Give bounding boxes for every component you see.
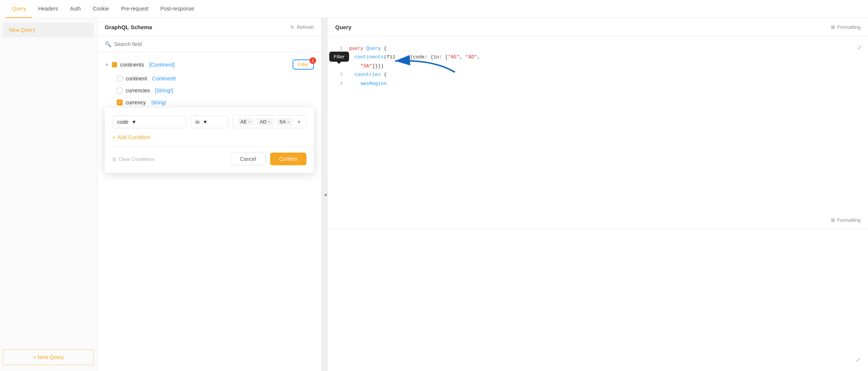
filter-popup: code ▼ in ▼ AE × AD × — [105, 108, 314, 173]
filter-values-input[interactable]: AE × AD × SA × ▼ — [233, 115, 307, 128]
collapse-icon: ◀ — [324, 192, 327, 197]
line-num-4: 4 — [335, 79, 343, 88]
query-code-area[interactable]: 1 query Query { 2 continents(fil {code: … — [328, 37, 868, 211]
chevron-down-icon: ▼ — [131, 119, 137, 125]
code-line-1: 1 query Query { — [335, 44, 861, 53]
formatting-label-bottom: Formatting — [837, 217, 861, 223]
item-name-continent: continent — [126, 76, 147, 82]
query-header: Query ⊞ Formatting — [328, 18, 868, 37]
tag-ae-label: AE — [241, 119, 247, 125]
query-bottom-header: ⊞ Formatting — [328, 211, 868, 229]
tab-headers[interactable]: Headers — [32, 0, 64, 18]
tag-sa-remove[interactable]: × — [287, 120, 290, 124]
item-name-continents: continents — [120, 62, 144, 68]
query-panel: Query ⊞ Formatting 1 query Query { 2 con… — [328, 18, 868, 371]
checkbox-continent[interactable] — [117, 76, 123, 82]
code-content-1: query Query { — [349, 44, 386, 53]
expand-icon-bottom[interactable]: ⤢ — [856, 356, 861, 364]
schema-item-currencies: currencies [String!] — [97, 85, 321, 96]
new-query-button[interactable]: + New Query — [3, 349, 94, 365]
top-tabs: Query Headers Auth Cookie Pre-request Po… — [0, 0, 868, 18]
confirm-button[interactable]: Confirm — [270, 153, 306, 165]
code-line-3: 3 countries { — [335, 70, 861, 79]
tab-auth[interactable]: Auth — [64, 0, 87, 18]
cancel-button[interactable]: Cancel — [230, 153, 266, 165]
formatting-icon-bottom: ⊞ — [831, 217, 835, 223]
item-indicator-continents — [112, 62, 117, 67]
tag-sa-label: SA — [279, 119, 286, 125]
line-num-3: 3 — [335, 70, 343, 79]
item-type-currency[interactable]: String! — [151, 99, 166, 105]
item-type-currencies[interactable]: [String!] — [155, 88, 173, 93]
filter-tag-sa: SA × — [276, 118, 293, 126]
filter-actions: Cancel Confirm — [230, 153, 306, 165]
code-content-2: continents(fil {code: {in: ["AE", "AD", — [349, 53, 480, 61]
filter-condition-row: code ▼ in ▼ AE × AD × — [112, 115, 306, 128]
schema-panel: GraphQL Schema ↻ Refresh 🔍 Filter ▼ cont… — [97, 18, 322, 371]
clear-conditions-button[interactable]: ⊟ Clear Conditions — [112, 156, 155, 162]
sidebar-spacer — [0, 42, 97, 343]
code-content-4: awsRegion — [349, 79, 386, 88]
checkbox-currency[interactable]: ✓ — [117, 99, 123, 105]
schema-item-currency: ✓ currency String! — [97, 96, 321, 108]
schema-items: ▼ continents [Continent] code Filter 1 c… — [97, 52, 321, 371]
filter-operator-select[interactable]: in ▼ — [191, 116, 228, 128]
collapse-handle[interactable]: ◀ — [322, 18, 328, 371]
tab-cookie[interactable]: Cookie — [87, 0, 115, 18]
filter-tooltip: Filter — [329, 52, 349, 62]
filter-badge-count: 1 — [309, 57, 316, 64]
code-content-3: countries { — [349, 70, 386, 79]
filter-button-continents[interactable]: code Filter 1 — [293, 59, 314, 70]
filter-tag-ae: AE × — [238, 118, 254, 126]
clear-icon: ⊟ — [112, 156, 116, 162]
clear-label: Clear Conditions — [119, 156, 155, 162]
schema-header: GraphQL Schema ↻ Refresh — [97, 18, 321, 37]
search-input[interactable] — [114, 41, 314, 47]
sidebar-query-item[interactable]: New Query — [3, 22, 94, 37]
code-content-2b: "SA"]}}) — [349, 62, 384, 70]
item-name-currencies: currencies — [126, 88, 150, 93]
formatting-label: Formatting — [837, 24, 861, 30]
checkbox-currencies[interactable] — [117, 88, 123, 93]
filter-tag-ad: AD × — [257, 118, 273, 126]
refresh-label: Refresh — [297, 24, 314, 30]
refresh-icon: ↻ — [290, 24, 294, 30]
search-bar: 🔍 — [97, 37, 321, 52]
code-line-2: 2 continents(fil {code: {in: ["AE", "AD"… — [335, 53, 861, 61]
item-type-continent[interactable]: Continent! — [152, 76, 176, 82]
chevron-down-icon-op: ▼ — [202, 119, 208, 125]
filter-field-select[interactable]: code ▼ — [112, 116, 186, 128]
refresh-button[interactable]: ↻ Refresh — [290, 24, 314, 30]
schema-item-continent: continent Continent! — [97, 73, 321, 85]
filter-footer: ⊟ Clear Conditions Cancel Confirm — [112, 146, 306, 165]
sidebar-query-label: New Query — [9, 27, 35, 33]
code-line-2b: "SA"]}}) — [335, 62, 861, 70]
tag-ae-remove[interactable]: × — [248, 120, 251, 124]
filter-field-value: code — [117, 119, 128, 125]
search-icon: 🔍 — [105, 41, 111, 47]
tab-query[interactable]: Query — [6, 0, 32, 18]
main-layout: New Query + New Query GraphQL Schema ↻ R… — [0, 18, 868, 371]
item-name-currency: currency — [126, 99, 146, 105]
add-condition-label: Add Condition — [117, 134, 150, 140]
item-type-continents[interactable]: [Continent] — [149, 62, 175, 68]
sidebar: New Query + New Query — [0, 18, 97, 371]
expand-icon-continents[interactable]: ▼ — [105, 62, 109, 67]
schema-title: GraphQL Schema — [105, 24, 152, 30]
schema-item-continents: ▼ continents [Continent] code Filter 1 — [97, 56, 321, 73]
tab-post-response[interactable]: Post-response — [155, 0, 200, 18]
add-condition-button[interactable]: + Add Condition — [112, 134, 306, 140]
plus-icon: + — [112, 134, 115, 140]
formatting-button[interactable]: ⊞ Formatting — [831, 24, 861, 30]
query-title: Query — [335, 24, 351, 30]
formatting-button-bottom[interactable]: ⊞ Formatting — [831, 217, 861, 223]
expand-icon-query[interactable]: ⤢ — [857, 43, 862, 53]
tag-ad-remove[interactable]: × — [268, 120, 270, 124]
chevron-down-icon-val: ▼ — [296, 119, 302, 125]
query-bottom-section: ⊞ Formatting ⤢ — [328, 211, 868, 371]
code-line-4: 4 awsRegion — [335, 79, 861, 88]
filter-operator-value: in — [196, 119, 200, 125]
tag-ad-label: AD — [260, 119, 266, 125]
tab-pre-request[interactable]: Pre-request — [115, 0, 154, 18]
formatting-icon: ⊞ — [831, 24, 835, 30]
